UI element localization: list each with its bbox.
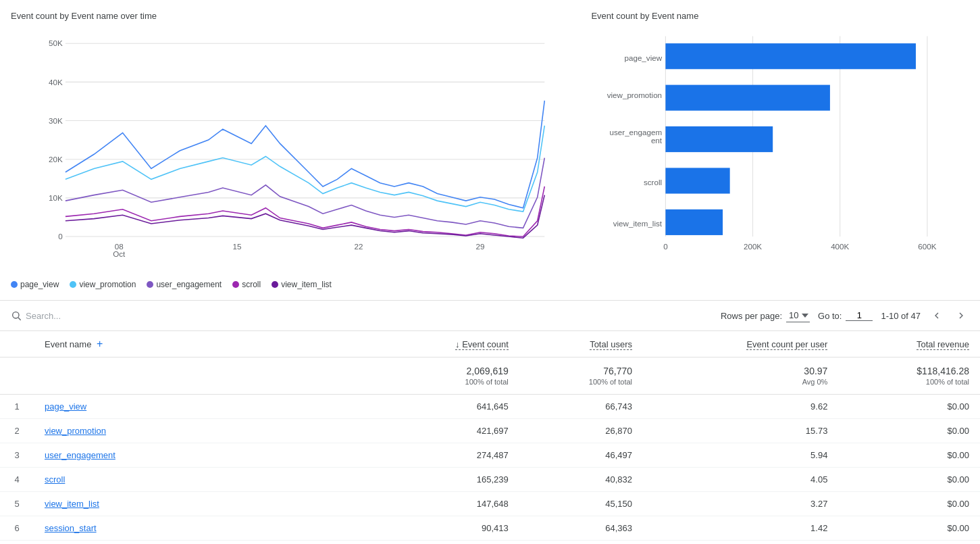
chevron-left-icon [931, 310, 942, 321]
total-revenue-sort[interactable]: Total revenue [917, 339, 969, 350]
goto-input[interactable] [846, 310, 873, 321]
col-header-event-name: Event name + [34, 331, 377, 357]
table-row: 6 session_start 90,413 64,363 1.42 $0.00 [0, 516, 980, 541]
row-index: 5 [0, 492, 34, 516]
row-event-count: 90,413 [377, 516, 519, 541]
svg-text:20K: 20K [49, 155, 63, 164]
col-header-total-users[interactable]: Total users [519, 331, 643, 357]
rows-per-page-select[interactable]: 10 25 50 [786, 309, 810, 322]
svg-text:view_item_list: view_item_list [613, 219, 663, 228]
svg-text:15: 15 [233, 242, 242, 251]
svg-rect-25 [666, 209, 723, 235]
svg-point-36 [13, 312, 19, 318]
row-event-count-per-user: 5.94 [643, 443, 838, 468]
row-total-users: 26,870 [519, 419, 643, 443]
goto-label: Go to: [818, 311, 842, 321]
data-table: Event name + ↓ Event count Total users E… [0, 331, 980, 541]
row-total-revenue: $0.00 [838, 516, 980, 541]
page-range: 1-10 of 47 [881, 311, 921, 321]
row-total-revenue: $0.00 [838, 468, 980, 492]
table-row: 1 page_view 641,645 66,743 9.62 $0.00 [0, 395, 980, 419]
total-users-sub: 100% of total [530, 378, 632, 386]
svg-text:view_promotion: view_promotion [607, 91, 662, 99]
totals-row: 2,069,619 100% of total 76,770 100% of t… [0, 357, 980, 395]
row-event-count: 421,697 [377, 419, 519, 443]
table-toolbar: Rows per page: 10 25 50 Go to: 1-10 of 4… [0, 301, 980, 331]
svg-text:Oct: Oct [113, 249, 126, 258]
svg-text:50K: 50K [49, 39, 63, 47]
col-header-event-count-per-user[interactable]: Event count per user [643, 331, 838, 357]
row-event-count-per-user: 1.42 [643, 516, 838, 541]
row-index: 2 [0, 419, 34, 443]
total-event-count-per-user-sub: Avg 0% [654, 378, 827, 386]
col-header-total-revenue[interactable]: Total revenue [838, 331, 980, 357]
bar-chart: page_view view_promotion user_engagem en… [591, 29, 969, 272]
total-users-sort[interactable]: Total users [590, 339, 632, 350]
row-event-count: 274,487 [377, 443, 519, 468]
line-chart-title: Event count by Event name over time [11, 11, 577, 21]
legend-view-promotion: view_promotion [70, 280, 136, 289]
row-total-users: 64,363 [519, 516, 643, 541]
legend-scroll: scroll [232, 280, 261, 289]
svg-text:ent: ent [651, 136, 663, 145]
row-event-count: 147,648 [377, 492, 519, 516]
event-count-sort[interactable]: ↓ Event count [455, 339, 509, 350]
svg-text:30K: 30K [49, 116, 63, 125]
svg-rect-21 [666, 43, 917, 69]
row-index: 3 [0, 443, 34, 468]
svg-text:40K: 40K [49, 78, 63, 86]
row-index: 6 [0, 516, 34, 541]
svg-rect-23 [666, 126, 773, 152]
svg-text:200K: 200K [744, 242, 762, 251]
col-header-event-count[interactable]: ↓ Event count [377, 331, 519, 357]
legend-user-engagement: user_engagement [147, 280, 222, 289]
event-link[interactable]: session_start [45, 523, 97, 533]
svg-rect-24 [666, 168, 730, 193]
row-event-count-per-user: 4.05 [643, 468, 838, 492]
next-page-button[interactable] [953, 307, 969, 324]
event-link[interactable]: view_promotion [45, 426, 106, 436]
search-input[interactable] [26, 311, 161, 321]
svg-text:400K: 400K [831, 242, 850, 251]
row-event-name: scroll [34, 468, 377, 492]
event-link[interactable]: page_view [45, 401, 86, 412]
svg-text:29: 29 [476, 242, 485, 251]
pagination-controls: Rows per page: 10 25 50 Go to: 1-10 of 4… [721, 307, 969, 324]
row-event-name: session_start [34, 516, 377, 541]
row-event-count-per-user: 15.73 [643, 419, 838, 443]
svg-text:0: 0 [58, 232, 63, 241]
add-dimension-button[interactable]: + [94, 338, 105, 350]
event-link[interactable]: view_item_list [45, 499, 99, 509]
event-link[interactable]: scroll [45, 474, 65, 485]
row-event-count: 165,239 [377, 468, 519, 492]
row-total-revenue: $0.00 [838, 419, 980, 443]
legend-view-item-list: view_item_list [272, 280, 332, 289]
row-total-users: 40,832 [519, 468, 643, 492]
event-link[interactable]: user_engagement [45, 450, 115, 460]
table-row: 4 scroll 165,239 40,832 4.05 $0.00 [0, 468, 980, 492]
row-total-users: 46,497 [519, 443, 643, 468]
event-count-per-user-sort[interactable]: Event count per user [746, 339, 827, 350]
line-chart: 50K 40K 30K 20K 10K 0 08 Oct 15 [11, 29, 577, 272]
row-event-name: view_item_list [34, 492, 377, 516]
legend-page-view: page_view [11, 280, 59, 289]
svg-text:user_engagem: user_engagem [610, 128, 663, 137]
col-header-index [0, 331, 34, 357]
svg-text:10K: 10K [49, 193, 63, 202]
chevron-right-icon [956, 310, 966, 321]
bar-chart-title: Event count by Event name [591, 11, 969, 21]
svg-text:scroll: scroll [644, 178, 662, 187]
svg-text:0: 0 [664, 242, 669, 251]
total-event-count-per-user: 30.97 [654, 366, 827, 376]
row-event-name: page_view [34, 395, 377, 419]
search-icon [11, 310, 22, 321]
prev-page-button[interactable] [929, 307, 945, 324]
svg-rect-22 [666, 85, 831, 111]
row-total-revenue: $0.00 [838, 443, 980, 468]
table-row: 2 view_promotion 421,697 26,870 15.73 $0… [0, 419, 980, 443]
goto-page: Go to: [818, 310, 873, 321]
total-revenue-sub: 100% of total [849, 378, 969, 386]
search-wrapper [11, 310, 715, 321]
table-row: 3 user_engagement 274,487 46,497 5.94 $0… [0, 443, 980, 468]
table-row: 5 view_item_list 147,648 45,150 3.27 $0.… [0, 492, 980, 516]
